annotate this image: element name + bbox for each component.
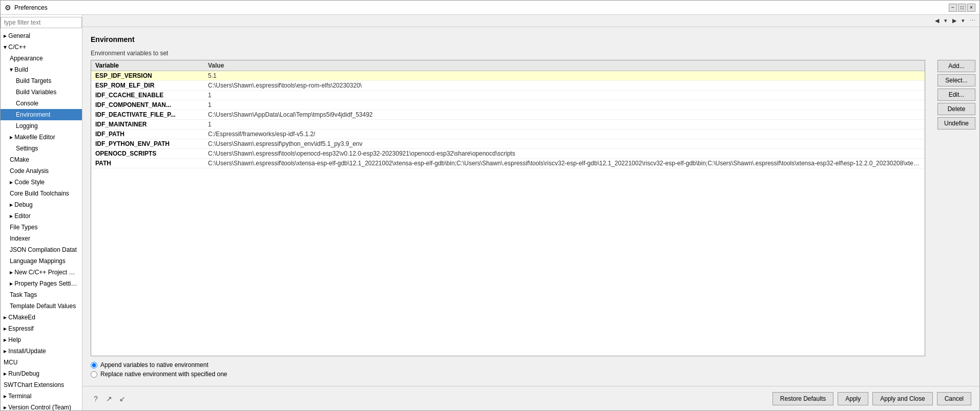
close-button[interactable]: × <box>967 4 975 12</box>
title-bar: ⚙ Preferences − □ × <box>1 1 979 15</box>
table-cell-value: 1 <box>204 120 925 129</box>
radio-replace-input[interactable] <box>91 371 97 378</box>
table-row[interactable]: IDF_DEACTIVATE_FILE_P...C:\Users\Shawn\A… <box>91 110 925 120</box>
apply-close-button[interactable]: Apply and Close <box>872 392 932 405</box>
sidebar-item-console[interactable]: Console <box>1 98 82 109</box>
window-title: Preferences <box>14 4 48 11</box>
sidebar-item-install-update[interactable]: ▸ Install/Update <box>1 345 82 357</box>
sidebar-item-appearance[interactable]: Appearance <box>1 53 82 64</box>
sidebar-item-settings[interactable]: Settings <box>1 143 82 154</box>
sidebar-item-build[interactable]: ▾ Build <box>1 64 82 75</box>
bottom-left: ? ↗ ↙ <box>91 394 128 404</box>
table-cell-variable: IDF_PATH <box>91 129 204 139</box>
sidebar-item-indexer[interactable]: Indexer <box>1 233 82 244</box>
maximize-button[interactable]: □ <box>958 4 966 12</box>
sidebar-item-help[interactable]: ▸ Help <box>1 334 82 345</box>
import-icon[interactable]: ↙ <box>117 394 128 404</box>
delete-button[interactable]: Delete <box>937 103 975 115</box>
table-row[interactable]: ESP_ROM_ELF_DIRC:\Users\Shawn\.espressif… <box>91 81 925 91</box>
sidebar-item-mcu[interactable]: MCU <box>1 357 82 368</box>
table-row[interactable]: IDF_COMPONENT_MAN...1 <box>91 100 925 110</box>
sidebar-item-task-tags[interactable]: Task Tags <box>1 289 82 300</box>
preferences-menu-button[interactable]: ⋯ <box>968 16 977 25</box>
edit-button[interactable]: Edit... <box>937 89 975 101</box>
sidebar-item-cmake-ed[interactable]: ▸ CMakeEd <box>1 312 82 323</box>
radio-append-input[interactable] <box>91 362 97 369</box>
sidebar-item-espressif[interactable]: ▸ Espressif <box>1 323 82 334</box>
filter-input[interactable] <box>1 17 82 28</box>
table-cell-variable: ESP_ROM_ELF_DIR <box>91 81 204 91</box>
forward-history-button[interactable]: ▾ <box>960 16 967 25</box>
sidebar-item-makefile-editor[interactable]: ▸ Makefile Editor <box>1 132 82 143</box>
restore-defaults-button[interactable]: Restore Defaults <box>773 392 833 405</box>
sidebar-item-cpp[interactable]: ▾ C/C++ <box>1 41 82 53</box>
sidebar-item-environment[interactable]: Environment <box>1 109 82 120</box>
sidebar-item-code-style[interactable]: ▸ Code Style <box>1 177 82 188</box>
table-cell-value: C:/Espressif/frameworks/esp-idf-v5.1.2/ <box>204 129 925 139</box>
sidebar-item-file-types[interactable]: File Types <box>1 222 82 233</box>
sidebar-item-template-default[interactable]: Template Default Values <box>1 300 82 312</box>
window-icon: ⚙ <box>5 4 11 12</box>
sidebar-item-code-analysis[interactable]: Code Analysis <box>1 165 82 177</box>
export-icon[interactable]: ↗ <box>104 394 114 404</box>
cancel-button[interactable]: Cancel <box>937 392 971 405</box>
radio-section: Append variables to native environment R… <box>91 361 925 378</box>
sidebar-item-editor[interactable]: ▸ Editor <box>1 210 82 222</box>
sidebar-item-property-pages[interactable]: ▸ Property Pages Settings <box>1 278 82 289</box>
sidebar-item-terminal[interactable]: ▸ Terminal <box>1 391 82 402</box>
table-row[interactable]: ESP_IDF_VERSION5.1 <box>91 71 925 81</box>
sidebar-item-json-compilation[interactable]: JSON Compilation Datat <box>1 244 82 255</box>
env-panel: Environment Environment variables to set… <box>82 27 933 386</box>
table-row[interactable]: IDF_PATHC:/Espressif/frameworks/esp-idf-… <box>91 129 925 139</box>
sidebar-item-logging[interactable]: Logging <box>1 120 82 132</box>
table-cell-value: C:\Users\Shawn\AppData\Local\Temp\tmps5i… <box>204 110 925 120</box>
content-area: Environment Environment variables to set… <box>82 27 979 386</box>
select-button[interactable]: Select... <box>937 74 975 86</box>
title-bar-controls: − □ × <box>949 4 975 12</box>
undefine-button[interactable]: Undefine <box>937 117 975 129</box>
bottom-bar: ? ↗ ↙ Restore Defaults Apply Apply and C… <box>82 386 979 410</box>
sidebar-item-build-targets[interactable]: Build Targets <box>1 75 82 86</box>
sidebar-item-run-debug[interactable]: ▸ Run/Debug <box>1 368 82 379</box>
table-cell-value: C:\Users\Shawn\.espressif\tools\esp-rom-… <box>204 81 925 91</box>
table-cell-value: 5.1 <box>204 71 925 81</box>
table-row[interactable]: PATHC:\Users\Shawn\.espressif\tools\xten… <box>91 159 925 168</box>
table-row[interactable]: IDF_CCACHE_ENABLE1 <box>91 91 925 100</box>
sidebar-item-version-control[interactable]: ▸ Version Control (Team) <box>1 402 82 410</box>
apply-button[interactable]: Apply <box>838 392 868 405</box>
sidebar-item-core-build-toolchains[interactable]: Core Build Toolchains <box>1 188 82 199</box>
title-bar-left: ⚙ Preferences <box>5 4 48 12</box>
preferences-window: ⚙ Preferences − □ × ▸ General▾ C/C++Appe… <box>0 0 980 411</box>
sidebar-item-language-mappings[interactable]: Language Mappings <box>1 255 82 267</box>
table-cell-variable: IDF_DEACTIVATE_FILE_P... <box>91 110 204 120</box>
env-table-container[interactable]: Variable Value ESP_IDF_VERSION5.1ESP_ROM… <box>91 60 925 356</box>
table-cell-value: C:\Users\Shawn\.espressif\tools\xtensa-e… <box>204 159 925 168</box>
radio-append[interactable]: Append variables to native environment <box>91 361 925 369</box>
add-button[interactable]: Add... <box>937 60 975 72</box>
sidebar-item-swt-chart[interactable]: SWTChart Extensions <box>1 379 82 391</box>
table-row[interactable]: IDF_PYTHON_ENV_PATHC:\Users\Shawn\.espre… <box>91 139 925 149</box>
env-table: Variable Value ESP_IDF_VERSION5.1ESP_ROM… <box>91 60 925 168</box>
toolbar-nav: ◀ ▾ ▶ ▾ ⋯ <box>82 15 979 27</box>
minimize-button[interactable]: − <box>949 4 957 12</box>
sidebar-item-general[interactable]: ▸ General <box>1 30 82 41</box>
forward-button[interactable]: ▶ <box>950 16 958 25</box>
env-table-body: ESP_IDF_VERSION5.1ESP_ROM_ELF_DIRC:\User… <box>91 71 925 168</box>
table-cell-value: 1 <box>204 91 925 100</box>
sidebar-item-cmake[interactable]: CMake <box>1 154 82 165</box>
sidebar-tree: ▸ General▾ C/C++Appearance▾ BuildBuild T… <box>1 30 82 410</box>
table-cell-variable: IDF_PYTHON_ENV_PATH <box>91 139 204 149</box>
sidebar-item-build-variables[interactable]: Build Variables <box>1 86 82 98</box>
help-icon[interactable]: ? <box>91 394 101 404</box>
bottom-right: Restore Defaults Apply Apply and Close C… <box>773 392 971 405</box>
back-history-button[interactable]: ▾ <box>942 16 949 25</box>
radio-append-label: Append variables to native environment <box>100 361 208 369</box>
right-panel: ◀ ▾ ▶ ▾ ⋯ Environment Environment variab… <box>82 15 979 410</box>
back-button[interactable]: ◀ <box>933 16 941 25</box>
table-row[interactable]: IDF_MAINTAINER1 <box>91 120 925 129</box>
table-row[interactable]: OPENOCD_SCRIPTSC:\Users\Shawn\.espressif… <box>91 149 925 159</box>
sidebar-item-new-cpp-project[interactable]: ▸ New C/C++ Project Wiza <box>1 267 82 278</box>
radio-replace[interactable]: Replace native environment with specifie… <box>91 371 925 378</box>
sidebar-item-debug[interactable]: ▸ Debug <box>1 199 82 210</box>
table-cell-variable: PATH <box>91 159 204 168</box>
